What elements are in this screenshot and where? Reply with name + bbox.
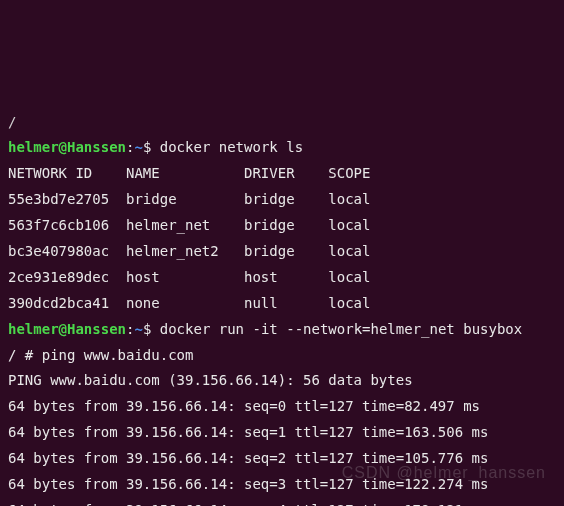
table-row: 2ce931e89dec host host local [8,269,370,285]
command-text: docker network ls [160,139,303,155]
prompt-dollar: $ [143,321,160,337]
ping-line: 64 bytes from 39.156.66.14: seq=4 ttl=12… [8,502,488,506]
ping-header: PING www.baidu.com (39.156.66.14): 56 da… [8,372,413,388]
prompt-path: ~ [134,321,142,337]
shell-line: / # ping www.baidu.com [8,347,193,363]
table-row: 563f7c6cb106 helmer_net bridge local [8,217,370,233]
ping-line: 64 bytes from 39.156.66.14: seq=3 ttl=12… [8,476,488,492]
ping-line: 64 bytes from 39.156.66.14: seq=2 ttl=12… [8,450,488,466]
prompt-user: helmer [8,139,59,155]
prompt-path: ~ [134,139,142,155]
prompt-host: Hanssen [67,139,126,155]
ping-line: 64 bytes from 39.156.66.14: seq=1 ttl=12… [8,424,488,440]
table-row: bc3e407980ac helmer_net2 bridge local [8,243,370,259]
prompt-host: Hanssen [67,321,126,337]
table-row: 55e3bd7e2705 bridge bridge local [8,191,370,207]
prompt-at: @ [59,139,67,155]
terminal[interactable]: / helmer@Hanssen:~$ docker network ls NE… [8,110,556,506]
command-text: docker run -it --network=helmer_net busy… [160,321,522,337]
table-header: NETWORK ID NAME DRIVER SCOPE [8,165,370,181]
prompt-dollar: $ [143,139,160,155]
ping-line: 64 bytes from 39.156.66.14: seq=0 ttl=12… [8,398,480,414]
prompt-user: helmer [8,321,59,337]
line-slash: / [8,114,16,130]
prompt-at: @ [59,321,67,337]
table-row: 390dcd2bca41 none null local [8,295,370,311]
